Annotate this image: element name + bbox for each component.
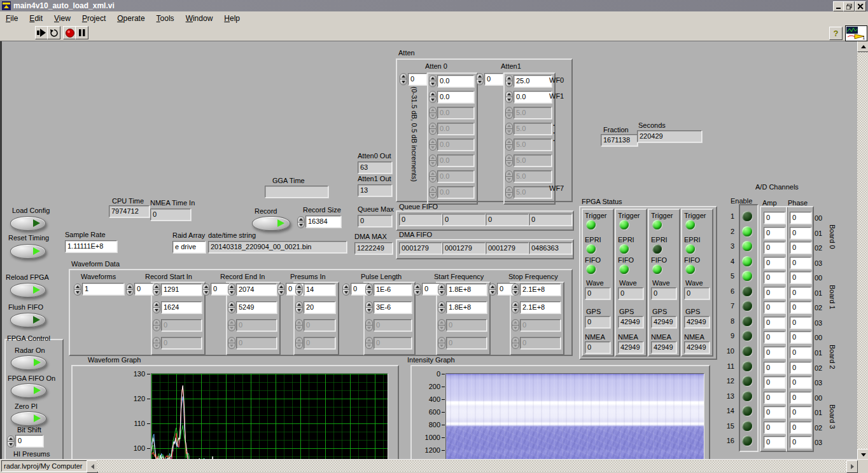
close-button[interactable]	[855, 1, 866, 11]
channel-14-amp-field[interactable]: 0	[764, 406, 785, 418]
spinner-down-icon[interactable]	[228, 307, 235, 313]
presums-in-row-spinner[interactable]	[295, 284, 303, 296]
bit-shift-spinner[interactable]	[7, 435, 15, 448]
channel-10-amp-field[interactable]: 0	[764, 346, 785, 359]
spinner-down-icon[interactable]	[153, 289, 160, 296]
bit-shift-field[interactable]: 0	[15, 435, 43, 447]
spinner-down-icon[interactable]	[7, 441, 15, 448]
spinner-down-icon[interactable]	[512, 289, 519, 296]
channel-1-phase-field[interactable]: 0	[790, 212, 811, 224]
zero-pi-button[interactable]	[11, 411, 46, 426]
atten-index-field[interactable]: 0	[408, 73, 427, 85]
atten-value[interactable]: 0.0	[437, 75, 474, 87]
load-config-button[interactable]	[10, 216, 46, 231]
spinner-down-icon[interactable]	[202, 289, 210, 296]
channel-2-phase-field[interactable]: 0	[790, 227, 811, 239]
channel-8-phase-field[interactable]: 0	[790, 317, 811, 329]
menu-view[interactable]: View	[48, 13, 76, 24]
channel-16-amp-field[interactable]: 0	[764, 436, 785, 448]
spinner-down-icon[interactable]	[126, 289, 134, 296]
start-frequency-index-spinner[interactable]	[414, 284, 421, 296]
spinner-down-icon[interactable]	[74, 289, 81, 296]
channel-3-phase-field[interactable]: 0	[790, 242, 811, 254]
presums-in-value-1[interactable]: 20	[304, 301, 335, 313]
record-start-in-row-spinner[interactable]	[153, 284, 160, 296]
spinner-down-icon[interactable]	[342, 289, 350, 296]
channel-4-amp-field[interactable]: 0	[764, 257, 785, 269]
spinner-down-icon[interactable]	[429, 97, 437, 103]
stop-frequency-row-spinner[interactable]	[512, 284, 519, 296]
execution-target-selector[interactable]: radar.lvproj/My Computer	[1, 460, 89, 472]
menu-tools[interactable]: Tools	[151, 13, 180, 24]
atten-value[interactable]: 0.0	[514, 91, 552, 103]
channel-2-amp-field[interactable]: 0	[764, 227, 785, 239]
record-end-in-value-1[interactable]: 5249	[236, 301, 277, 313]
channel-7-amp-field[interactable]: 0	[764, 301, 785, 313]
scroll-right-icon[interactable]	[846, 460, 858, 473]
restore-button[interactable]	[843, 1, 855, 11]
channel-13-enable-led[interactable]	[742, 391, 752, 401]
menu-window[interactable]: Window	[180, 13, 219, 24]
record-size-spinner[interactable]	[297, 216, 305, 228]
spinner-down-icon[interactable]	[365, 289, 373, 296]
start-frequency-row-spinner[interactable]	[438, 284, 445, 296]
abort-button[interactable]	[63, 26, 76, 39]
record-start-in-row-spinner[interactable]	[153, 301, 160, 313]
title-bar[interactable]: main4v10_auto_load_xml.vi	[0, 0, 868, 11]
record-end-in-index-spinner[interactable]	[202, 284, 210, 296]
channel-13-phase-field[interactable]: 0	[790, 392, 811, 404]
atten-index-spinner[interactable]	[476, 73, 484, 85]
spinner-down-icon[interactable]	[438, 307, 445, 313]
channel-6-enable-led[interactable]	[742, 286, 752, 296]
record-start-in-index-spinner[interactable]	[126, 284, 134, 296]
pulse-length-row-spinner[interactable]	[365, 301, 373, 313]
atten-row-spinner[interactable]	[505, 75, 513, 87]
spinner-down-icon[interactable]	[365, 307, 373, 313]
presums-in-value-0[interactable]: 14	[304, 284, 335, 296]
vertical-scrollbar[interactable]	[857, 41, 868, 459]
atten-index-spinner[interactable]	[400, 73, 407, 85]
channel-3-enable-led[interactable]	[742, 241, 752, 251]
channel-2-enable-led[interactable]	[742, 226, 752, 236]
channel-12-phase-field[interactable]: 0	[790, 376, 811, 388]
channel-12-enable-led[interactable]	[742, 376, 752, 386]
channel-4-enable-led[interactable]	[742, 256, 752, 266]
channel-8-enable-led[interactable]	[742, 316, 752, 326]
record-end-in-value-0[interactable]: 2074	[236, 284, 277, 296]
channel-13-amp-field[interactable]: 0	[764, 392, 785, 404]
channel-5-phase-field[interactable]: 0	[790, 271, 811, 284]
reset-timing-button[interactable]	[10, 244, 46, 259]
spinner-down-icon[interactable]	[505, 81, 513, 87]
waveforms-spinner[interactable]	[74, 284, 81, 296]
waveforms-field[interactable]: 1	[82, 283, 124, 295]
start-frequency-value-0[interactable]: 1.8E+8	[446, 284, 487, 296]
channel-1-enable-led[interactable]	[742, 211, 752, 221]
spinner-down-icon[interactable]	[277, 289, 285, 296]
flush-fifo-button[interactable]	[10, 313, 46, 327]
record-size-field[interactable]: 16384	[305, 216, 341, 228]
spinner-down-icon[interactable]	[512, 307, 519, 313]
horizontal-scrollbar[interactable]	[97, 460, 846, 472]
channel-7-phase-field[interactable]: 0	[790, 301, 811, 313]
spinner-down-icon[interactable]	[438, 289, 445, 296]
record-end-in-index-field[interactable]: 0	[211, 283, 230, 295]
spinner-down-icon[interactable]	[400, 79, 407, 85]
record-start-in-index-field[interactable]: 0	[134, 283, 153, 295]
record-start-in-value-1[interactable]: 1624	[161, 301, 202, 313]
channel-15-amp-field[interactable]: 0	[764, 422, 785, 434]
start-frequency-value-1[interactable]: 1.8E+8	[446, 301, 487, 313]
raid-array-field[interactable]: e drive	[172, 241, 206, 253]
fpga-fifo-on-button[interactable]	[11, 383, 46, 398]
atten-row-spinner[interactable]	[429, 75, 437, 87]
channel-11-enable-led[interactable]	[742, 361, 752, 371]
spinner-down-icon[interactable]	[153, 307, 160, 313]
channel-16-phase-field[interactable]: 0	[790, 436, 811, 448]
presums-in-row-spinner[interactable]	[295, 301, 303, 313]
menu-file[interactable]: File	[0, 13, 24, 24]
pulse-length-index-spinner[interactable]	[342, 284, 350, 296]
stop-frequency-value-0[interactable]: 2.1E+8	[520, 284, 561, 296]
stop-frequency-row-spinner[interactable]	[512, 301, 519, 313]
scroll-up-icon[interactable]	[857, 41, 868, 52]
channel-15-phase-field[interactable]: 0	[790, 422, 811, 434]
atten-row-spinner[interactable]	[505, 91, 513, 103]
